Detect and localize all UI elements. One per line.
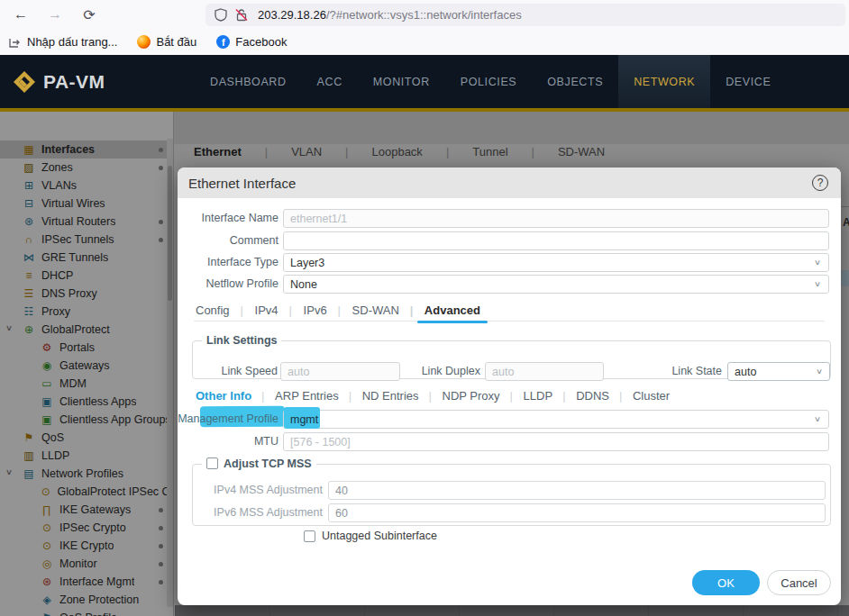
facebook-icon: f — [216, 35, 230, 49]
mtu-label: MTU — [178, 432, 278, 451]
reload-icon[interactable]: ⟳ — [78, 4, 101, 25]
management-profile-value: mgmt — [290, 413, 318, 426]
management-profile-label: Management Profile — [178, 410, 278, 429]
management-profile-select[interactable]: mgmt ∨ — [283, 410, 829, 429]
chevron-down-icon: ∨ — [814, 415, 821, 424]
subtab-lldp[interactable]: LLDP — [512, 389, 565, 403]
tab-ipv6[interactable]: IPv6 — [291, 299, 340, 322]
interface-type-label: Interface Type — [178, 253, 278, 272]
link-state-label: Link State — [652, 362, 722, 381]
tab-advanced[interactable]: Advanced — [412, 299, 493, 322]
adjust-tcp-mss-legend: Adjust TCP MSS — [224, 457, 312, 470]
bookmark-facebook[interactable]: f Facebook — [216, 35, 287, 49]
insecure-lock-icon[interactable] — [234, 8, 249, 22]
comment-label: Comment — [178, 231, 278, 250]
interface-type-select[interactable]: Layer3 ∨ — [283, 253, 829, 272]
content-area: ▦Interfaces▨Zones⊞VLANs⊟Virtual Wires⊛Vi… — [0, 108, 849, 616]
netflow-profile-value: None — [290, 278, 317, 291]
app-header: PA-VM DASHBOARDACCMONITORPOLICIESOBJECTS… — [0, 55, 849, 108]
link-settings-legend: Link Settings — [202, 334, 281, 347]
shield-icon[interactable] — [215, 8, 227, 22]
chevron-down-icon: ∨ — [814, 280, 821, 289]
url-text: 203.29.18.26/?#network::vsys1::network/i… — [258, 8, 522, 22]
ipv4-mss-input[interactable] — [328, 481, 826, 500]
nav-tab-device[interactable]: DEVICE — [710, 55, 786, 108]
interface-name-label: Interface Name — [178, 209, 278, 228]
nav-tab-objects[interactable]: OBJECTS — [532, 55, 618, 108]
url-bar[interactable]: 203.29.18.26/?#network::vsys1::network/i… — [205, 4, 845, 26]
ipv6-mss-label: IPv6 MSS Adjustment — [211, 503, 323, 522]
bookmark-label: Bắt đầu — [156, 35, 196, 49]
screen: ← → ⟳ 203.29.18.26/?#network::vsys1::net… — [0, 0, 849, 616]
ok-button[interactable]: OK — [692, 570, 760, 595]
subtab-cluster[interactable]: Cluster — [621, 389, 681, 403]
adjust-tcp-mss-group: Adjust TCP MSS IPv4 MSS Adjustment IPv6 … — [192, 457, 831, 526]
netflow-profile-label: Netflow Profile — [178, 275, 278, 294]
browser-chrome: ← → ⟳ 203.29.18.26/?#network::vsys1::net… — [0, 0, 849, 55]
ethernet-interface-dialog: Ethernet Interface ? Interface Name Comm… — [178, 168, 841, 605]
main-nav: DASHBOARDACCMONITORPOLICIESOBJECTSNETWOR… — [195, 55, 786, 108]
url-domain: 203.29.18.26 — [258, 8, 326, 22]
firefox-icon — [137, 35, 151, 49]
subtab-other-info[interactable]: Other Info — [194, 389, 263, 403]
link-speed-label: Link Speed — [205, 362, 278, 381]
mtu-input[interactable] — [283, 432, 829, 451]
link-settings-group: Link Settings Link Speed Link Duplex Lin… — [192, 334, 831, 379]
interface-type-value: Layer3 — [290, 257, 324, 269]
tab-ipv4[interactable]: IPv4 — [242, 299, 291, 322]
link-state-value: auto — [735, 366, 756, 378]
link-speed-input[interactable] — [280, 362, 400, 381]
tab-sd-wan[interactable]: SD-WAN — [340, 299, 412, 322]
ipv4-mss-label: IPv4 MSS Adjustment — [211, 481, 323, 500]
untagged-subinterface-checkbox[interactable] — [304, 530, 315, 542]
dialog-titlebar: Ethernet Interface — [178, 168, 841, 198]
back-icon[interactable]: ← — [9, 4, 32, 25]
cancel-button[interactable]: Cancel — [767, 570, 831, 595]
chevron-down-icon: ∨ — [814, 258, 821, 267]
ipv6-mss-input[interactable] — [328, 503, 826, 522]
untagged-subinterface-label: Untagged Subinterface — [322, 530, 437, 542]
dialog-title: Ethernet Interface — [188, 176, 296, 191]
bookmarks-bar: Nhập dấu trang... Bắt đầu f Facebook — [0, 29, 849, 55]
subtab-arp-entries[interactable]: ARP Entries — [263, 389, 351, 403]
paloalto-logo-icon — [13, 70, 36, 94]
comment-input[interactable] — [283, 231, 829, 250]
chevron-down-icon: ∨ — [816, 367, 823, 376]
bookmark-import[interactable]: Nhập dấu trang... — [9, 35, 117, 49]
url-path: /?#network::vsys1::network/interfaces — [326, 8, 522, 22]
brand-name: PA-VM — [43, 71, 105, 93]
link-duplex-input[interactable] — [485, 362, 604, 381]
bookmark-firefox-start[interactable]: Bắt đầu — [137, 35, 196, 49]
forward-icon[interactable]: → — [43, 4, 67, 25]
nav-tab-dashboard[interactable]: DASHBOARD — [195, 55, 302, 108]
interface-name-input[interactable] — [283, 209, 829, 228]
subtab-ddns[interactable]: DDNS — [564, 389, 621, 403]
help-icon[interactable]: ? — [812, 175, 828, 191]
subtab-ndp-proxy[interactable]: NDP Proxy — [431, 389, 512, 403]
netflow-profile-select[interactable]: None ∨ — [283, 275, 829, 294]
browser-toolbar: ← → ⟳ 203.29.18.26/?#network::vsys1::net… — [0, 0, 849, 29]
bookmark-label: Nhập dấu trang... — [27, 35, 117, 49]
link-state-select[interactable]: auto ∨ — [727, 362, 830, 381]
nav-tab-acc[interactable]: ACC — [302, 55, 358, 108]
brand: PA-VM — [13, 55, 105, 108]
nav-tab-network[interactable]: NETWORK — [618, 55, 710, 108]
bookmark-label: Facebook — [235, 35, 287, 49]
other-info-tabs: Other InfoARP EntriesND EntriesNDP Proxy… — [194, 385, 681, 405]
adjust-tcp-mss-checkbox[interactable] — [206, 457, 218, 469]
dialog-tabs: ConfigIPv4IPv6SD-WANAdvanced — [194, 299, 825, 322]
import-bookmarks-icon — [9, 36, 22, 49]
tab-config[interactable]: Config — [194, 299, 242, 322]
link-duplex-label: Link Duplex — [408, 362, 480, 381]
subtab-nd-entries[interactable]: ND Entries — [351, 389, 431, 403]
nav-tab-policies[interactable]: POLICIES — [445, 55, 532, 108]
nav-tab-monitor[interactable]: MONITOR — [358, 55, 445, 108]
untagged-subinterface-row: Untagged Subinterface — [304, 530, 437, 542]
